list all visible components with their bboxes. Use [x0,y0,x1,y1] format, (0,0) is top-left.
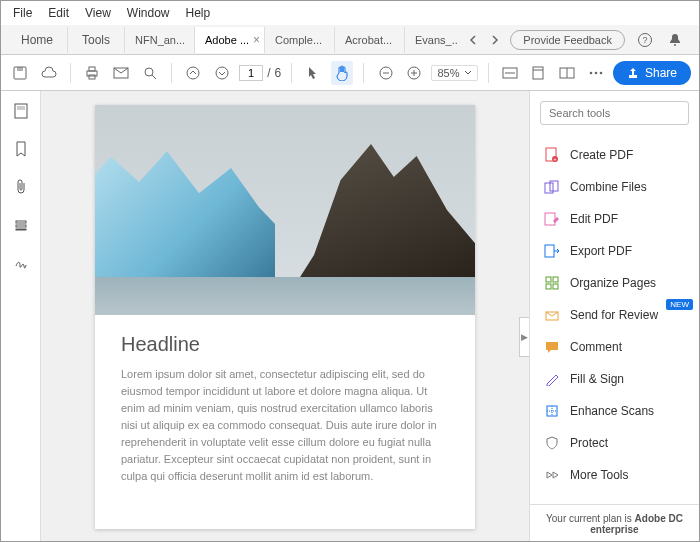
svg-point-9 [145,68,153,76]
page-down-icon[interactable] [211,61,234,85]
menu-help[interactable]: Help [180,4,217,22]
tool-send-review[interactable]: Send for ReviewNEW [530,299,699,331]
search-tools-input[interactable] [540,101,689,125]
tab-tools[interactable]: Tools [68,27,125,53]
more-icon [544,467,560,483]
signatures-icon[interactable] [11,253,31,273]
svg-rect-30 [16,221,26,223]
menubar: File Edit View Window Help [1,1,699,25]
main: Headline Lorem ipsum dolor sit amet, con… [1,91,699,542]
app-tabs: Home Tools [7,27,125,53]
svg-rect-43 [553,284,558,289]
read-mode-icon[interactable] [556,61,579,85]
page-total: 6 [274,66,281,80]
doc-tab[interactable]: Adobe ...× [195,27,265,53]
new-badge: NEW [666,299,693,310]
document-body: Lorem ipsum dolor sit amet, consectetur … [121,366,449,485]
header-right: Provide Feedback ? [510,30,693,50]
enhance-scans-icon [544,403,560,419]
attachment-icon[interactable] [11,177,31,197]
save-icon[interactable] [9,61,32,85]
tool-organize-pages[interactable]: Organize Pages [530,267,699,299]
export-pdf-icon [544,243,560,259]
create-pdf-icon: + [544,147,560,163]
tool-export-pdf[interactable]: Export PDF [530,235,699,267]
search-icon[interactable] [138,61,161,85]
thumbnails-icon[interactable] [11,101,31,121]
svg-rect-42 [546,284,551,289]
print-icon[interactable] [81,61,104,85]
close-tab-icon[interactable]: × [253,33,260,47]
layers-icon[interactable] [11,215,31,235]
bookmark-icon[interactable] [11,139,31,159]
svg-rect-20 [533,67,543,79]
page-sep: / [267,66,270,80]
edit-pdf-icon [544,211,560,227]
doc-tab[interactable]: Evans_... [405,27,458,53]
combine-icon [544,179,560,195]
doc-tab[interactable]: Comple... [265,27,335,53]
svg-rect-40 [546,277,551,282]
menu-edit[interactable]: Edit [42,4,75,22]
page-current-input[interactable] [239,65,263,81]
zoom-out-icon[interactable] [374,61,397,85]
mail-icon[interactable] [110,61,133,85]
send-review-icon [544,307,560,323]
tab-next-icon[interactable] [486,31,504,49]
tool-edit-pdf[interactable]: Edit PDF [530,203,699,235]
svg-text:?: ? [642,35,647,45]
svg-point-12 [216,67,228,79]
document-tabs: NFN_an... Adobe ...× Comple... Acrobat..… [125,27,458,53]
toolbar: / 6 85% Share [1,55,699,91]
document-view[interactable]: Headline Lorem ipsum dolor sit amet, con… [41,91,529,542]
tool-fill-sign[interactable]: Fill & Sign [530,363,699,395]
tabbar: Home Tools NFN_an... Adobe ...× Comple..… [1,25,699,55]
doc-tab[interactable]: Acrobat... [335,27,405,53]
page-indicator: / 6 [239,65,281,81]
svg-line-10 [152,75,156,79]
tab-home[interactable]: Home [7,27,68,53]
organize-icon [544,275,560,291]
provide-feedback-button[interactable]: Provide Feedback [510,30,625,50]
menu-file[interactable]: File [7,4,38,22]
fit-width-icon[interactable] [498,61,521,85]
hand-icon[interactable] [331,61,354,85]
zoom-in-icon[interactable] [403,61,426,85]
doc-tab[interactable]: NFN_an... [125,27,195,53]
tool-create-pdf[interactable]: +Create PDF [530,139,699,171]
svg-point-11 [187,67,199,79]
svg-rect-6 [89,67,95,71]
help-icon[interactable]: ? [635,30,655,50]
plan-footer: Your current plan is Adobe DC enterprise [530,504,699,542]
svg-rect-32 [16,229,26,230]
bell-icon[interactable] [665,30,685,50]
svg-rect-39 [545,245,554,257]
protect-icon [544,435,560,451]
tool-protect[interactable]: Protect [530,427,699,459]
menu-window[interactable]: Window [121,4,176,22]
svg-rect-29 [17,106,25,110]
tools-list: +Create PDF Combine Files Edit PDF Expor… [530,135,699,504]
page-up-icon[interactable] [182,61,205,85]
zoom-dropdown[interactable]: 85% [431,65,477,81]
share-icon [627,67,639,79]
tab-prev-icon[interactable] [464,31,482,49]
menu-view[interactable]: View [79,4,117,22]
more-tools-icon[interactable] [584,61,607,85]
tool-more-tools[interactable]: More Tools [530,459,699,491]
fill-sign-icon [544,371,560,387]
collapse-panel-handle[interactable]: ▶ [519,317,529,357]
tool-comment[interactable]: Comment [530,331,699,363]
pointer-icon[interactable] [302,61,325,85]
tool-enhance-scans[interactable]: Enhance Scans [530,395,699,427]
svg-rect-41 [553,277,558,282]
share-button[interactable]: Share [613,61,691,85]
page: Headline Lorem ipsum dolor sit amet, con… [95,105,475,529]
svg-point-24 [589,71,592,74]
svg-rect-27 [629,75,637,78]
svg-point-26 [599,71,602,74]
page-display-icon[interactable] [527,61,550,85]
tool-combine-files[interactable]: Combine Files [530,171,699,203]
cloud-icon[interactable] [38,61,61,85]
right-panel: +Create PDF Combine Files Edit PDF Expor… [529,91,699,542]
